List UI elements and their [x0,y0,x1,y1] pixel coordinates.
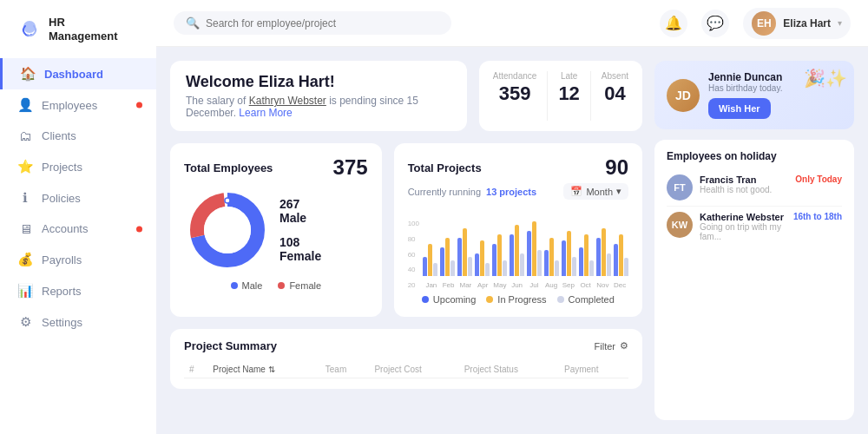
sidebar-item-policies[interactable]: ℹ Policies [0,182,156,214]
bar-group-sep [562,231,576,276]
inprogress-legend: In Progress [486,294,546,305]
sidebar-item-label: Employees [42,99,97,112]
sidebar-item-label: Policies [42,192,81,205]
holiday-item: FT Francis Tran Health is not good. Only… [667,169,842,207]
sidebar-item-label: Clients [42,129,76,142]
projects-bar-chart [423,207,628,276]
payrolls-icon: 💰 [17,252,33,267]
bar-label-aug: Aug [542,281,560,289]
nav-dot-accounts [136,226,142,232]
summary-col-projectname⇅: Project Name ⇅ [207,361,319,378]
welcome-subtitle: The salary of Kathryn Webster is pending… [186,95,451,119]
search-input[interactable] [206,17,439,30]
summary-title: Project Summary [184,339,277,352]
message-button[interactable]: 💬 [701,10,729,37]
clients-icon: 🗂 [17,128,33,143]
content-right: JD Jennie Duncan Has birthday today. Wis… [654,61,854,420]
projects-legend: Upcoming In Progress Completed [408,294,628,305]
female-label: 108 Female [279,235,321,263]
total-employees-card: Total Employees 375 [170,143,382,317]
sidebar-item-payrolls[interactable]: 💰 Payrolls [0,244,156,275]
holiday-person-desc: Health is not good. [700,185,788,194]
accounts-icon: 🖥 [17,221,33,236]
holiday-person-info: Katherine Webster Going on trip with my … [700,212,786,241]
bar-label-dec: Dec [611,281,628,289]
summary-col-payment: Payment [559,361,628,378]
holiday-date: Only Today [795,174,842,184]
learn-more-link[interactable]: Learn More [239,107,292,119]
bar-label-jun: Jun [509,281,526,289]
sidebar-item-label: Dashboard [44,68,103,81]
sidebar-item-settings[interactable]: ⚙ Settings [0,306,156,338]
content-left: Welcome Eliza Hart! The salary of Kathry… [170,61,642,420]
svg-point-2 [204,207,251,253]
user-profile-badge[interactable]: EH Eliza Hart ▾ [743,8,851,39]
chart-y-axis: 10080604020 [408,220,419,289]
summary-col-projectcost: Project Cost [369,361,458,378]
charts-row: Total Employees 375 [170,143,642,317]
sidebar-item-label: Reports [42,285,82,298]
welcome-card: Welcome Eliza Hart! The salary of Kathry… [170,61,467,131]
bar-group-dec [614,234,628,276]
bar-chart-labels: JanFebMarAprMayJunJulAugSepOctNovDec [423,279,628,289]
month-filter-button[interactable]: 📅 Month ▾ [563,183,628,200]
sidebar: HR Management 🏠 Dashboard 👤 Employees 🗂 … [0,0,156,434]
header: 🔍 🔔 💬 EH Eliza Hart ▾ [156,0,868,47]
welcome-title: Welcome Eliza Hart! [186,73,451,91]
filter-button[interactable]: Filter ⚙ [595,340,628,352]
dashboard-icon: 🏠 [20,66,36,82]
bar-group-mar [457,228,472,277]
holiday-person-name: Francis Tran [700,174,788,185]
sidebar-item-label: Payrolls [42,253,82,266]
wish-button[interactable]: Wish Her [708,98,771,119]
stats-boxes: Attendance 359 Late 12 Absent 04 [479,61,642,131]
total-projects-card: Total Projects 90 Currently running 13 p… [394,143,642,317]
nav-list: 🏠 Dashboard 👤 Employees 🗂 Clients ⭐ Proj… [0,58,156,338]
employees-icon: 👤 [17,97,33,113]
summary-col-team: Team [320,361,370,378]
sidebar-item-label: Projects [42,161,82,174]
bar-label-apr: Apr [474,281,491,289]
bar-group-aug [544,238,559,276]
app-name2: Management [49,30,117,43]
bar-group-nov [596,228,611,277]
holiday-person-desc: Going on trip with my fam... [700,222,786,241]
sidebar-item-dashboard[interactable]: 🏠 Dashboard [0,58,156,89]
holiday-list: FT Francis Tran Health is not good. Only… [667,169,842,247]
bar-label-may: May [491,281,509,289]
bar-group-may [492,234,507,276]
bar-label-oct: Oct [577,281,595,289]
summary-col-#: # [184,361,207,378]
summary-table: #Project Name ⇅TeamProject CostProject S… [184,361,628,378]
content-area: Welcome Eliza Hart! The salary of Kathry… [156,47,868,434]
holiday-person-name: Katherine Webster [700,212,786,222]
sidebar-item-label: Settings [42,316,82,329]
sidebar-item-employees[interactable]: 👤 Employees [0,89,156,121]
search-bar[interactable]: 🔍 [174,11,451,35]
running-link[interactable]: 13 projects [486,187,536,197]
late-stat: Late 12 [558,71,579,121]
sidebar-item-accounts[interactable]: 🖥 Accounts [0,214,156,244]
bar-group-oct [579,234,594,276]
completed-legend: Completed [557,294,615,305]
sidebar-item-clients[interactable]: 🗂 Clients [0,121,156,151]
notification-bell-button[interactable]: 🔔 [660,10,687,37]
bar-label-mar: Mar [457,281,475,289]
header-icons: 🔔 💬 EH Eliza Hart ▾ [660,8,851,39]
male-legend-item: Male [231,280,263,291]
bar-group-jan [423,244,437,276]
project-summary-card: Project Summary Filter ⚙ #Project Name ⇅… [170,329,642,389]
female-legend-item: Female [278,280,321,291]
projects-card-title: Total Projects [408,161,482,174]
svg-point-3 [225,198,230,203]
bar-group-apr [475,240,490,276]
sidebar-item-label: Accounts [42,222,88,235]
birthday-decor: 🎉✨ [804,68,847,89]
bar-label-feb: Feb [440,281,457,289]
logo-icon [17,17,42,42]
holiday-date: 16th to 18th [793,212,842,221]
logo-area: HR Management [0,16,156,58]
sidebar-item-reports[interactable]: 📊 Reports [0,275,156,306]
holiday-item: KW Katherine Webster Going on trip with … [667,207,842,247]
sidebar-item-projects[interactable]: ⭐ Projects [0,151,156,182]
